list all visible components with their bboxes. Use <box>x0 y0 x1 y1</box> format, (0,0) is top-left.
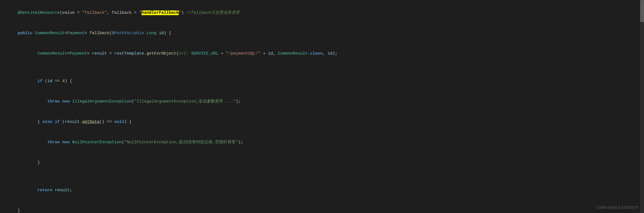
plain-3: ) <box>181 10 186 15</box>
class-commonresult-2: CommonResult <box>37 51 67 56</box>
line-2-content: public CommonResult<Payment> fallback(@P… <box>3 23 171 43</box>
code-line-8: throw new NullPointerException("NullPoin… <box>0 132 644 153</box>
kw-if-1: if <box>37 79 42 83</box>
code-line-4 <box>0 64 644 71</box>
class-nullpointer: NullPointerException <box>72 140 122 145</box>
label-url: url: <box>179 51 189 56</box>
code-line-12: } <box>0 201 644 213</box>
code-container: @SentinelResource(value = "fallback", fa… <box>0 0 644 213</box>
code-line-7: } else if (result.getData() == null) { <box>0 112 644 132</box>
watermark: CSDN @沧浪之水12010137 <box>597 205 638 210</box>
line-8-content: throw new NullPointerException("NullPoin… <box>3 133 243 152</box>
num-4: 4 <box>62 79 65 83</box>
kw-else: else <box>42 120 52 124</box>
string-close: " <box>179 10 181 15</box>
var-result-2: result <box>65 120 80 124</box>
class-commonresult-3: CommonResult <box>278 51 308 56</box>
kw-throw-1: throw <box>47 99 60 104</box>
method-getdata: getData <box>82 120 99 124</box>
const-serviceurl: SERVICE_URL <box>191 51 218 56</box>
kw-null-1: null <box>114 120 124 124</box>
method-fallback: fallback <box>89 31 109 36</box>
plain-1: (value = <box>60 10 82 15</box>
code-line-5: if (id == 4) { <box>0 71 644 91</box>
var-result-3: result <box>55 188 70 193</box>
code-line-1: @SentinelResource(value = "fallback", fa… <box>0 3 644 23</box>
string-handler-val: " <box>139 10 142 15</box>
scrollbar-thumb[interactable] <box>640 0 644 22</box>
class-commonresult-1: CommonResult <box>35 31 65 36</box>
plain-2: , fallback = <box>107 10 139 15</box>
comment-fallback: //fallback只负责业务异常 <box>186 10 240 15</box>
param-ann-pathvar-1: @PathVariable <box>112 31 144 36</box>
var-result: result <box>92 51 107 56</box>
line-11-content: return result; <box>3 180 72 200</box>
line-5-content: if (id == 4) { <box>3 71 72 91</box>
kw-new-1: new <box>62 99 70 104</box>
param-id-1: id <box>159 31 164 36</box>
annotation-sentinel: @SentinelResource <box>18 10 60 15</box>
class-long-1: Long <box>146 31 156 36</box>
kw-new-2: new <box>62 140 70 145</box>
line-6-content: throw new IllegalArgumentException("Ille… <box>3 92 241 112</box>
string-illegal-arg: "IllegalArgumentException,非法参数异常...." <box>134 99 236 104</box>
code-line-6: throw new IllegalArgumentException("Ille… <box>0 91 644 112</box>
code-line-2: public CommonResult<Payment> fallback(@P… <box>0 23 644 44</box>
line-1-content: @SentinelResource(value = "fallback", fa… <box>3 3 240 23</box>
class-payment-1: Payment <box>67 31 85 36</box>
kw-throw-2: throw <box>47 140 60 145</box>
class-illegalarg: IllegalArgumentException <box>72 99 132 104</box>
kw-class: class <box>310 51 322 56</box>
code-line-10 <box>0 173 644 180</box>
code-line-3: CommonResult<Payment> result = restTempl… <box>0 44 644 64</box>
scrollbar[interactable] <box>640 0 644 213</box>
var-id-3: id <box>47 79 52 83</box>
line-7-content: } else if (result.getData() == null) { <box>3 112 132 132</box>
prop-resttemplate: restTemplate <box>114 51 144 56</box>
kw-if-2: if <box>55 120 60 124</box>
line-12-content: } <box>3 201 20 213</box>
kw-public-1: public <box>18 31 32 36</box>
code-line-9: } <box>0 153 644 173</box>
highlight-handlerFallback: handlerFallback <box>142 10 179 15</box>
line-10-content <box>3 173 5 180</box>
var-id-2: id <box>327 51 332 56</box>
string-fallback-val: "fallback" <box>82 10 107 15</box>
var-id-1: id <box>268 51 273 56</box>
method-getforobject: getForObject <box>146 51 176 56</box>
line-9-content: } <box>3 153 40 173</box>
kw-return-1: return <box>37 188 52 193</box>
string-paymentsql: "/paymentSQL/" <box>226 51 260 56</box>
line-3-content: CommonResult<Payment> result = restTempl… <box>3 44 338 64</box>
string-null-ptr: "NullPointerException,该ID没有对应记录,空指针异常" <box>124 140 238 145</box>
code-line-11: return result; <box>0 180 644 201</box>
class-payment-2: Payment <box>70 51 87 56</box>
line-4-content <box>3 64 5 71</box>
